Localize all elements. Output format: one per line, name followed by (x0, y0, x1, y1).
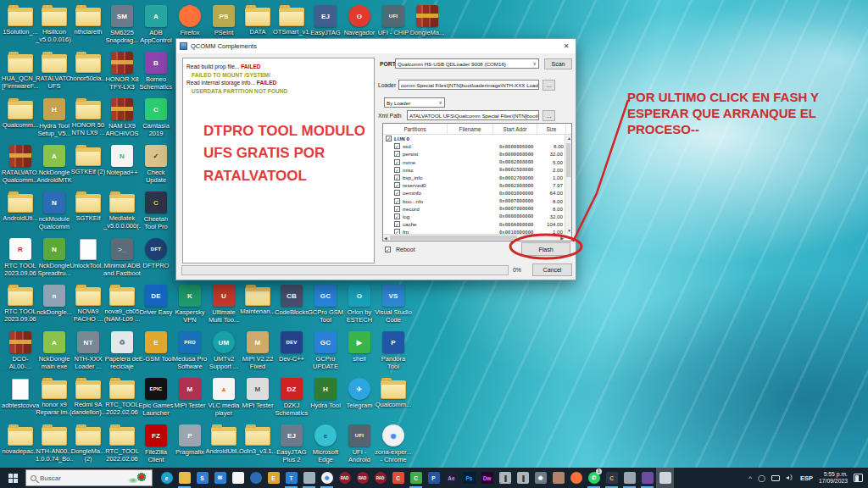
cancel-button[interactable]: Cancel (532, 263, 572, 276)
partition-checkbox[interactable]: ✓ (394, 175, 400, 180)
desktop-icon[interactable]: CBCodeBlocks (275, 285, 309, 316)
desktop-icon[interactable]: SMSM6225 Snapdrag... (105, 5, 139, 44)
partition-checkbox[interactable]: ✓ (394, 221, 400, 227)
desktop-icon[interactable]: SGTKEif (71, 191, 105, 222)
desktop-icon[interactable]: AndroidUti... (3, 191, 37, 222)
desktop-icon[interactable]: BBorneo Schematics (139, 52, 173, 91)
desktop-icon[interactable]: HUA_QCN_... [FirmwareF... (3, 52, 37, 90)
desktop-icon[interactable]: PSPSeInt (207, 5, 241, 36)
taskbar-icon-whatsapp[interactable]: ✆1 (585, 468, 603, 488)
flash-button[interactable]: Flash (521, 242, 570, 256)
taskbar-icon-rad-studio-1[interactable]: RAD (336, 468, 353, 488)
taskbar-icon-gray-window[interactable] (300, 468, 318, 488)
column-header[interactable]: Size (537, 124, 566, 134)
desktop-icon[interactable]: FZFileZilla Client (139, 424, 173, 463)
taskbar-icon-task-window[interactable] (656, 468, 674, 488)
desktop-icon[interactable]: Redmi 9A (dandelion)... (71, 378, 105, 416)
partition-row[interactable]: ✓frp0x00108000001.00 MB (383, 228, 565, 234)
desktop-icon[interactable]: Mediatek _v5.0.0.000(... (105, 191, 139, 230)
desktop-icon[interactable]: nnckDongle... (37, 285, 71, 316)
desktop-icon[interactable]: nova9_cb05 (NAM-L09 ... (105, 285, 139, 323)
network-icon[interactable] (771, 475, 780, 481)
taskbar-icon-edge[interactable]: e (158, 468, 175, 488)
desktop-icon[interactable]: RTC_TOOL 2022.02.06 (105, 424, 139, 463)
xml-browse-button[interactable]: ... (542, 110, 555, 121)
partition-row[interactable]: ✓persist0x000000800032.00 MB (383, 150, 565, 158)
taskbar-icon-mono-tool-2[interactable]: ▐ (514, 468, 531, 488)
desktop-icon[interactable]: RTC TOOL 2023.09.06 (3, 285, 37, 323)
desktop-icon[interactable]: adbtestcovva (3, 378, 37, 409)
desktop-icon[interactable]: ✈Telegram (342, 378, 376, 409)
taskbar-icon-dreamweaver[interactable]: Dw (478, 468, 496, 488)
taskbar-icon-rad-studio-3[interactable]: RAD (371, 468, 389, 488)
desktop-icon[interactable]: OOrion by ESTECH (342, 285, 376, 324)
desktop-icon[interactable]: ANckDongle AndroidMTK (37, 145, 71, 184)
column-header[interactable]: Filename (448, 124, 493, 134)
taskbar-icon-rad-studio-2[interactable]: RAD (353, 468, 371, 488)
partition-row[interactable]: ✓oeminfo0x000300000064.00 MB (383, 189, 565, 197)
desktop-icon[interactable]: DCO-AL00-... 103.0.0.40_... (3, 331, 37, 371)
desktop-icon[interactable]: OTSmart_v1... (275, 5, 309, 36)
loader-input[interactable]: comm Special Files\[NTN]bootloaderimage\… (398, 80, 539, 90)
partition-checkbox[interactable]: ✓ (394, 214, 400, 219)
desktop-icon[interactable]: eMicrosoft Edge (309, 424, 342, 463)
partition-checkbox[interactable]: ✓ (394, 143, 400, 149)
close-button[interactable]: ✕ (560, 41, 572, 52)
horizontal-scrollbar[interactable]: ◀ ▶ (383, 234, 565, 241)
partition-row[interactable]: ✓log0x000800000032.00 MB (383, 213, 565, 220)
desktop-icon[interactable]: HHydra Tool Setup_V5... (37, 98, 71, 137)
taskbar-icon-paint[interactable] (549, 468, 567, 488)
partition-row[interactable]: ✓rrecord0x00078000008.00 MB (383, 205, 565, 213)
reboot-checkbox[interactable]: ✓ Reboot (385, 247, 415, 252)
partition-row[interactable]: ✓misc0x00025080002.00 MB (383, 166, 565, 174)
desktop-icon[interactable]: RATALVATO... Qualcomm... (3, 145, 37, 184)
partition-row[interactable]: ✓bsp_info0x00027080001.00 MB (383, 174, 565, 181)
desktop-icon[interactable]: NNotepad++ (105, 145, 139, 176)
desktop-icon[interactable]: ANckDongle main exe (37, 331, 71, 370)
desktop-icon[interactable]: SGTKEif (2) (71, 145, 105, 175)
partition-checkbox[interactable]: ✓ (394, 182, 400, 188)
taskbar-icon-camtasia-red[interactable]: C (389, 468, 407, 488)
desktop-icon[interactable]: DATA (241, 5, 275, 36)
desktop-icon[interactable]: Qualcomm... (3, 98, 37, 129)
partition-row[interactable]: ✓boo...nfo0x00070000008.00 MB (383, 197, 565, 205)
desktop-icon[interactable]: NTH-AN00... 1.0.0.74_Bo... (37, 424, 71, 463)
desktop-icon[interactable]: DEVDev-C++ (275, 331, 309, 363)
taskbar-icon-document[interactable] (229, 468, 247, 488)
search-input[interactable]: Buscar (25, 469, 153, 486)
taskbar-icon-cheetah[interactable]: C (603, 468, 620, 488)
language-indicator[interactable]: ESP (800, 474, 813, 482)
taskbar-icon-medusa[interactable] (247, 468, 264, 488)
desktop-icon[interactable]: >_Minimal ADB and Fastboot (105, 238, 139, 277)
desktop-icon[interactable]: UUltimate Multi Too... (207, 285, 241, 324)
desktop-icon[interactable]: NnckModule Qualcomm (37, 191, 71, 230)
partition-checkbox[interactable]: ✓ (394, 159, 400, 165)
desktop-icon[interactable]: RTC_TOOL 2022.02.06 (2) (105, 378, 139, 417)
desktop-icon[interactable]: HONOR 50 NTN LX9 ... (71, 98, 105, 136)
desktop-icon[interactable]: RRTC TOOL 2023.09.06 (2) (3, 238, 37, 278)
desktop-icon[interactable]: ▲VLC media player (207, 378, 241, 417)
desktop-icon[interactable]: EE-GSM Tool (139, 331, 173, 363)
desktop-icon[interactable]: PPragmafix (173, 424, 207, 456)
taskbar-icon-winrar[interactable] (638, 468, 656, 488)
desktop-icon[interactable]: UnlockTool... (71, 238, 105, 269)
desktop-icon[interactable]: Qualcomm... (376, 378, 410, 408)
partition-checkbox[interactable]: ✓ (394, 206, 400, 212)
taskbar-icon-translator[interactable]: T (282, 468, 300, 488)
taskbar-icon-camera[interactable]: ◉ (531, 468, 549, 488)
taskbar-icon-pandora[interactable]: P (425, 468, 442, 488)
taskbar-icon-after-effects[interactable]: Ae (442, 468, 460, 488)
taskbar-icon-camtasia-green[interactable]: C (407, 468, 425, 488)
desktop-icon[interactable]: honor50cla... (71, 52, 105, 82)
mode-select[interactable]: By Loader (384, 97, 445, 108)
desktop-icon[interactable]: 1Solution_... (3, 5, 37, 36)
hidden-icons-chevron[interactable]: ^ (748, 474, 752, 482)
desktop-icon[interactable]: DZDZKJ Schematics (275, 378, 309, 417)
taskbar-icon-firefox[interactable] (567, 468, 585, 488)
loader-browse-button[interactable]: ... (542, 80, 555, 91)
desktop-icon[interactable]: RATALVATO... UFS (37, 52, 71, 90)
desktop-icon[interactable]: ◉zona-exper... - Chrome (376, 424, 410, 463)
desktop-icon[interactable]: DEDriver Easy (139, 285, 173, 316)
partition-group-row[interactable]: ✓LUN 0 (383, 135, 565, 142)
desktop-icon[interactable]: ♻Papelera de reciclaje (105, 331, 139, 370)
